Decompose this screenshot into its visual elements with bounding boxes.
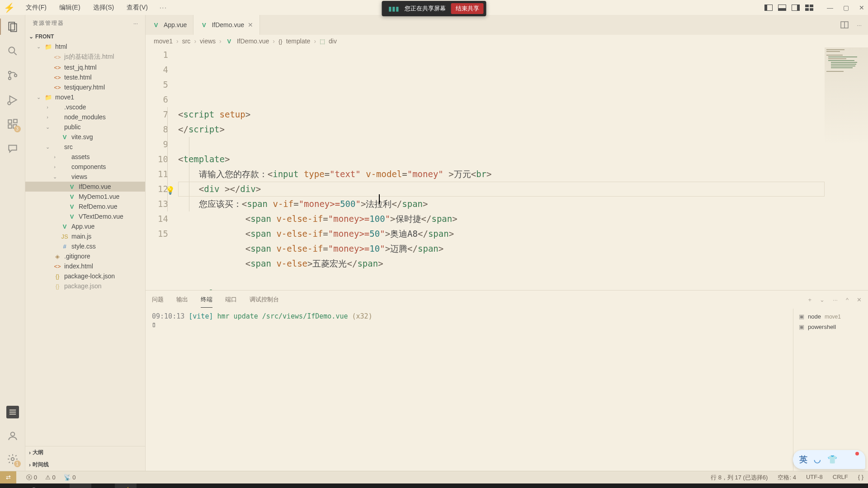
panel-tab-output[interactable]: 输出: [176, 292, 188, 307]
outline-section[interactable]: › 大纲: [25, 446, 145, 459]
brackets-icon: {}: [278, 38, 283, 45]
tree-item[interactable]: VApp.vue: [25, 221, 145, 231]
panel-tab-problems[interactable]: 问题: [152, 292, 164, 307]
tree-item[interactable]: ⌄📁html: [25, 42, 145, 52]
ime-assistant-widget[interactable]: 英 ◡ 👕: [793, 450, 865, 469]
lightbulb-icon[interactable]: 💡: [165, 183, 175, 198]
tab-ifdemo-vue[interactable]: V IfDemo.vue ✕: [193, 15, 260, 35]
menu-file[interactable]: 文件(F): [20, 1, 52, 14]
search-activity-icon[interactable]: [6, 45, 19, 57]
terminal-dropdown-icon[interactable]: ⌄: [820, 296, 825, 303]
panel-tab-ports[interactable]: 端口: [225, 292, 237, 307]
tree-item[interactable]: <>teste.html: [25, 72, 145, 82]
status-lang[interactable]: { }: [858, 474, 863, 482]
menu-view[interactable]: 查看(V): [121, 1, 153, 14]
status-spaces[interactable]: 空格: 4: [778, 474, 796, 482]
tree-item[interactable]: ›node_modules: [25, 112, 145, 122]
explorer-more-icon[interactable]: ···: [133, 20, 138, 27]
status-eol[interactable]: CRLF: [833, 474, 848, 482]
settings-activity-icon[interactable]: 1: [6, 453, 19, 465]
scm-activity-icon[interactable]: [6, 69, 19, 82]
minimap[interactable]: [825, 47, 868, 290]
extensions-activity-icon[interactable]: 3: [6, 118, 19, 131]
tree-item[interactable]: ◈.gitignore: [25, 251, 145, 261]
tree-item[interactable]: ⌄views: [25, 172, 145, 182]
toggle-primary-sidebar-icon[interactable]: [764, 5, 773, 11]
tree-item[interactable]: <>index.html: [25, 261, 145, 271]
tab-more-icon[interactable]: ···: [857, 22, 862, 28]
start-button[interactable]: ⊞: [2, 483, 24, 488]
chat-activity-icon[interactable]: [6, 142, 19, 155]
taskbar-firefox[interactable]: 🦊: [137, 483, 159, 488]
tree-item-label: App.vue: [71, 223, 94, 230]
tree-item[interactable]: ›assets: [25, 152, 145, 162]
panel-tab-debug[interactable]: 调试控制台: [250, 292, 279, 307]
toggle-panel-icon[interactable]: [778, 5, 786, 11]
taskbar-file-explorer[interactable]: 🗂: [92, 483, 114, 488]
window-minimize-icon[interactable]: —: [827, 4, 833, 11]
vue-file-icon: V: [225, 38, 233, 45]
terminal-cursor: ▯: [152, 320, 787, 328]
code-editor[interactable]: 1456789101112131415 <script setup></scri…: [146, 47, 868, 290]
tree-item[interactable]: <>test_jq.html: [25, 62, 145, 72]
taskbar-app-1[interactable]: ❖: [70, 483, 91, 488]
panel-maximize-icon[interactable]: ^: [846, 296, 849, 303]
window-close-icon[interactable]: ✕: [859, 4, 864, 11]
tree-item[interactable]: ⌄📁move1: [25, 92, 145, 102]
explorer-sidebar: 资源管理器 ··· ⌄ FRONT ⌄📁html<>js的基础语法.html<>…: [25, 15, 146, 471]
terminal-item-node[interactable]: ▣ node move1: [798, 311, 863, 322]
terminal[interactable]: 09:10:13 [vite] hmr update /src/views/If…: [146, 309, 793, 471]
settings-badge: 1: [14, 460, 21, 467]
tab-app-vue[interactable]: V App.vue: [146, 15, 193, 35]
tree-item[interactable]: <>js的基础语法.html: [25, 52, 145, 62]
status-errors[interactable]: ⓧ 0: [26, 474, 37, 482]
stop-share-button[interactable]: 结束共享: [451, 3, 484, 14]
vscode-icon: ⚡: [4, 2, 15, 13]
tree-item[interactable]: <>testjquery.html: [25, 82, 145, 92]
remote-indicator-icon[interactable]: ⇄: [0, 471, 16, 483]
customize-layout-icon[interactable]: [805, 5, 813, 11]
tree-item[interactable]: ⌄src: [25, 142, 145, 152]
file-icon: {}: [53, 283, 61, 290]
status-warnings[interactable]: ⚠ 0: [45, 474, 56, 481]
panel-more-icon[interactable]: ···: [833, 296, 838, 303]
taskbar-search-icon[interactable]: 🔍: [24, 483, 46, 488]
tree-item[interactable]: VMyDemo1.vue: [25, 192, 145, 202]
menu-activity-icon[interactable]: [6, 406, 19, 418]
account-activity-icon[interactable]: [6, 429, 19, 442]
panel-tab-terminal[interactable]: 终端: [201, 292, 212, 308]
tree-item[interactable]: VRefDemo.vue: [25, 202, 145, 211]
project-header[interactable]: ⌄ FRONT: [25, 32, 145, 42]
timeline-section[interactable]: › 时间线: [25, 459, 145, 471]
tree-item[interactable]: ›.vscode: [25, 102, 145, 112]
split-editor-icon[interactable]: [840, 21, 849, 28]
breadcrumbs[interactable]: move1› src› views› V IfDemo.vue› {} temp…: [146, 35, 868, 47]
menu-more[interactable]: ···: [155, 1, 172, 14]
status-radio[interactable]: 📡 0: [64, 474, 76, 481]
explorer-activity-icon[interactable]: [6, 20, 19, 33]
tree-item[interactable]: ›components: [25, 162, 145, 172]
panel-close-icon[interactable]: ✕: [857, 296, 862, 303]
tree-item[interactable]: VVTextDemo.vue: [25, 211, 145, 221]
status-cursor-pos[interactable]: 行 8，列 17 (已选择6): [711, 474, 768, 482]
tree-item[interactable]: Vvite.svg: [25, 132, 145, 142]
taskbar-vscode[interactable]: ⚡: [115, 483, 137, 488]
tree-item[interactable]: ⌄public: [25, 122, 145, 132]
tree-item[interactable]: #style.css: [25, 241, 145, 251]
chevron-icon: ›: [52, 154, 58, 160]
tree-item[interactable]: JSmain.js: [25, 231, 145, 241]
status-encoding[interactable]: UTF-8: [806, 474, 823, 482]
menu-select[interactable]: 选择(S): [88, 1, 120, 14]
toggle-secondary-sidebar-icon[interactable]: [792, 5, 800, 11]
chevron-right-icon: ›: [29, 462, 31, 468]
menu-edit[interactable]: 编辑(E): [54, 1, 86, 14]
tree-item[interactable]: VIfDemo.vue: [25, 182, 145, 192]
tree-item[interactable]: {}package-lock.json: [25, 271, 145, 281]
new-terminal-icon[interactable]: +: [808, 296, 811, 303]
debug-activity-icon[interactable]: [6, 94, 19, 106]
task-view-icon[interactable]: ▤: [47, 483, 69, 488]
close-tab-icon[interactable]: ✕: [248, 21, 253, 28]
tree-item[interactable]: {}package.json: [25, 281, 145, 291]
window-maximize-icon[interactable]: ▢: [843, 4, 849, 11]
terminal-item-powershell[interactable]: ▣ powershell: [798, 322, 863, 332]
